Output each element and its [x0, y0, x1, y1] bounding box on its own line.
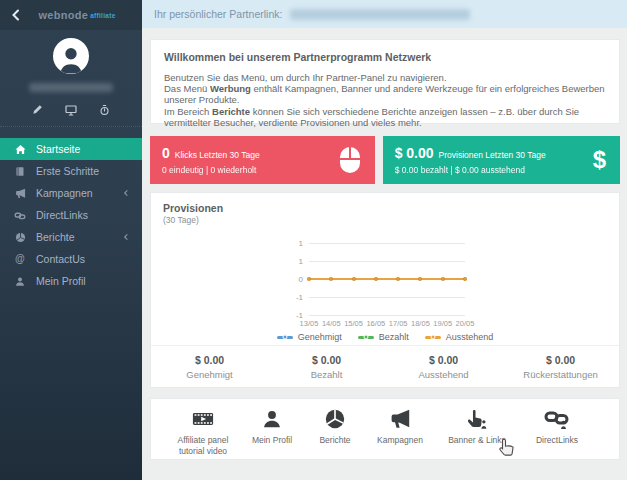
data-point-marker: [396, 277, 400, 281]
sidebar-item-mein-profil[interactable]: Mein Profil: [0, 270, 142, 292]
pie-chart-icon: [14, 232, 26, 243]
timer-icon[interactable]: [99, 104, 110, 116]
welcome-panel: Willkommen bei unserem Partnerprogramm N…: [150, 39, 620, 124]
brand-suffix: affiliate: [90, 12, 115, 19]
data-point-marker: [329, 277, 333, 281]
legend-swatch-icon: [425, 336, 441, 339]
welcome-title: Willkommen bei unserem Partnerprogramm N…: [164, 51, 606, 63]
chart-gridline: -1: [309, 297, 465, 298]
at-icon: @: [14, 254, 26, 264]
data-point-marker: [374, 277, 378, 281]
sidebar-item-label: Erste Schritte: [36, 165, 99, 177]
back-chevron-icon[interactable]: [10, 9, 22, 21]
chart-x-axis: 13/0514/0515/0516/0517/0518/0519/0520/05: [309, 319, 465, 329]
y-axis-tick-label: 1: [285, 257, 303, 266]
edit-icon[interactable]: [32, 104, 43, 116]
commissions-stat-card: $ 0.00 Provisionen Letzten 30 Tage $ 0.0…: [383, 136, 620, 184]
sidebar-item-label: ContactUs: [36, 253, 85, 265]
shortcut-directlinks[interactable]: DirectLinks: [521, 406, 593, 446]
legend-label: Genehmigt: [298, 332, 342, 342]
summary-value: $ 0.00: [195, 354, 224, 366]
username-redacted: [29, 83, 113, 92]
dollar-icon: $: [593, 146, 606, 174]
sidebar-item-erste-schritte[interactable]: Erste Schritte: [0, 160, 142, 182]
megaphone-icon: [389, 406, 412, 432]
user-icon: [262, 406, 282, 432]
data-point-marker: [352, 277, 356, 281]
profile-quick-actions: [0, 104, 142, 116]
summary-label: Rückerstattungen: [523, 369, 597, 380]
clicks-stat-text: 0 Klicks Letzten 30 Tage 0 eindeutig | 0…: [162, 145, 339, 175]
shortcut-label: DirectLinks: [536, 435, 578, 446]
user-avatar-icon: [54, 42, 88, 74]
shortcut-mein-profil[interactable]: Mein Profil: [241, 406, 303, 446]
welcome-line2-bold: Werbung: [210, 83, 251, 94]
clicks-stat-card: 0 Klicks Letzten 30 Tage 0 eindeutig | 0…: [150, 136, 375, 184]
shortcut-banner-links[interactable]: Banner & Links: [433, 406, 521, 446]
sidebar-item-label: Mein Profil: [36, 275, 86, 287]
welcome-line3-bold: Berichte: [212, 106, 250, 117]
legend-swatch-icon: [358, 336, 374, 339]
sidebar-item-label: Startseite: [36, 143, 80, 155]
affiliate-dashboard: webnodeaffiliate: [0, 0, 627, 480]
legend-swatch-dot: [282, 335, 287, 340]
sidebar-item-berichte[interactable]: Berichte: [0, 226, 142, 248]
sidebar-item-directlinks[interactable]: DirectLinks: [0, 204, 142, 226]
sidebar-menu: Startseite Erste Schritte Kampagnen: [0, 138, 142, 292]
partner-link-redacted[interactable]: [290, 9, 470, 20]
data-point-marker: [307, 277, 311, 281]
sidebar-item-label: DirectLinks: [36, 209, 88, 221]
summary-rueckerstattungen: $ 0.00 Rückerstattungen: [502, 346, 619, 387]
commissions-label: Provisionen Letzten 30 Tage: [439, 150, 546, 160]
clicks-label: Klicks Letzten 30 Tage: [175, 150, 260, 160]
legend-swatch-dot: [363, 335, 368, 340]
chart-gridline: -1: [309, 315, 465, 316]
x-axis-tick-label: 16/05: [366, 319, 385, 328]
x-axis-tick-label: 17/05: [389, 319, 408, 328]
x-axis-tick-label: 15/05: [344, 319, 363, 328]
shortcut-berichte[interactable]: Berichte: [303, 406, 367, 446]
chart-subtitle: (30 Tage): [163, 215, 607, 225]
sidebar-item-kampagnen[interactable]: Kampagnen: [0, 182, 142, 204]
legend-item: Ausstehend: [425, 332, 494, 342]
legend-label: Ausstehend: [446, 332, 494, 342]
legend-label: Bezahlt: [379, 332, 409, 342]
stats-row: 0 Klicks Letzten 30 Tage 0 eindeutig | 0…: [150, 136, 620, 184]
welcome-text: Benutzen Sie das Menü, um durch Ihr Part…: [164, 72, 606, 128]
welcome-line3-pre: Im Bereich: [164, 106, 212, 117]
summary-label: Genehmigt: [186, 369, 232, 380]
shortcut-label: Kampagnen: [377, 435, 423, 446]
summary-value: $ 0.00: [429, 354, 458, 366]
desktop-icon[interactable]: [65, 104, 77, 116]
avatar[interactable]: [53, 38, 89, 74]
shortcut-tutorial-video[interactable]: Affiliate panel tutorial video: [165, 406, 241, 456]
data-point-marker: [463, 277, 467, 281]
chevron-left-icon: [122, 233, 130, 241]
brand-name: webnode: [38, 9, 88, 21]
megaphone-icon: [14, 188, 26, 199]
summary-ausstehend: $ 0.00 Ausstehend: [385, 346, 502, 387]
directlinks-icon: [544, 406, 570, 432]
sidebar-item-label: Berichte: [36, 231, 75, 243]
chart-summary-row: $ 0.00 Genehmigt $ 0.00 Bezahlt $ 0.00 A…: [151, 345, 619, 387]
commissions-sub: $ 0.00 bezahlt | $ 0.00 ausstehend: [395, 165, 593, 175]
x-axis-tick-label: 13/05: [300, 319, 319, 328]
summary-bezahlt: $ 0.00 Bezahlt: [268, 346, 385, 387]
partner-link-label: Ihr persönlicher Partnerlink:: [154, 8, 282, 20]
x-axis-tick-label: 20/05: [456, 319, 475, 328]
sidebar-item-startseite[interactable]: Startseite: [0, 138, 142, 160]
brand-logo: webnodeaffiliate: [22, 9, 132, 21]
sidebar-item-contactus[interactable]: @ ContactUs: [0, 248, 142, 270]
sidebar: webnodeaffiliate: [0, 0, 142, 480]
mouse-icon: [339, 146, 361, 174]
user-icon: [14, 276, 26, 287]
chart-plot: 110-1-1: [309, 243, 465, 315]
legend-swatch-icon: [277, 336, 293, 339]
shortcut-label: Berichte: [319, 435, 350, 446]
welcome-line1: Benutzen Sie das Menü, um durch Ihr Part…: [164, 72, 447, 83]
x-axis-tick-label: 18/05: [411, 319, 430, 328]
legend-item: Bezahlt: [358, 332, 409, 342]
shortcut-kampagnen[interactable]: Kampagnen: [367, 406, 433, 446]
commissions-chart-panel: Provisionen (30 Tage) 110-1-1 13/0514/05…: [150, 192, 620, 388]
y-axis-tick-label: 1: [285, 239, 303, 248]
